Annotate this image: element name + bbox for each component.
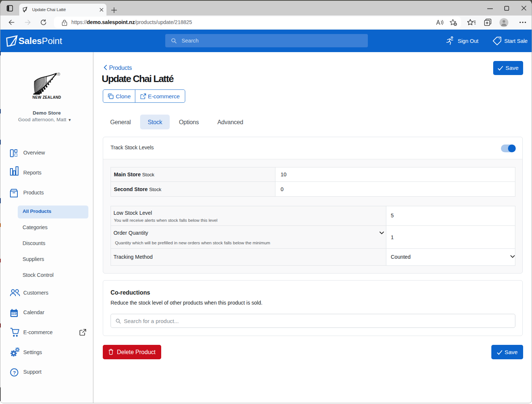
svg-text:?: ? xyxy=(13,370,16,376)
